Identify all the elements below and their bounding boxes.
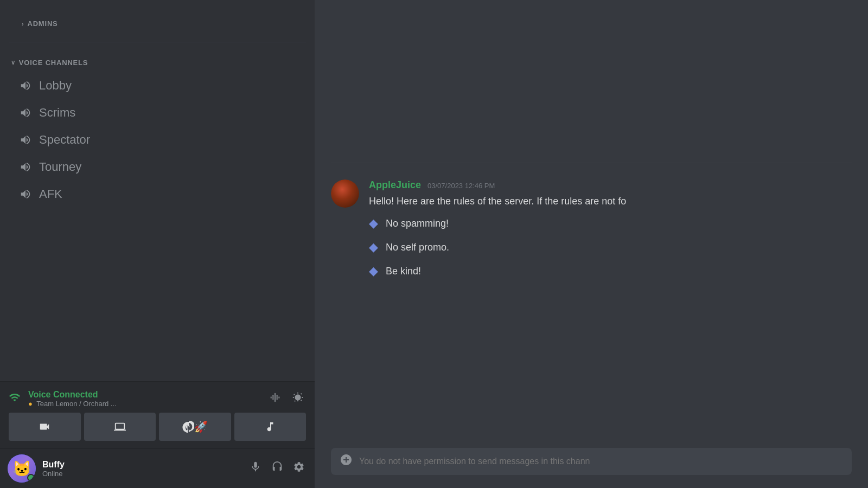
voice-channel-name: ● Team Lemon / Orchard ... bbox=[28, 400, 117, 408]
diamond-icon-3: ◆ bbox=[369, 264, 378, 278]
user-controls bbox=[247, 459, 307, 478]
chat-spacer bbox=[331, 11, 852, 163]
divider bbox=[9, 42, 306, 42]
voice-signal-icon bbox=[9, 391, 21, 406]
avatar: 🐱 bbox=[8, 454, 36, 483]
user-status-indicator bbox=[27, 474, 35, 481]
voice-channels-label: VOICE CHANNELS bbox=[19, 59, 88, 67]
message-timestamp: 03/07/2023 12:46 PM bbox=[427, 182, 495, 190]
voice-status-left: Voice Connected ● Team Lemon / Orchard .… bbox=[9, 390, 117, 408]
channel-item-spectator[interactable]: Spectator bbox=[4, 126, 310, 153]
voice-channel-dot: ● bbox=[28, 400, 33, 408]
diamond-icon-2: ◆ bbox=[369, 240, 378, 254]
svg-rect-2 bbox=[275, 393, 276, 402]
message-rule-3: ◆ Be kind! bbox=[369, 264, 852, 278]
rule-text-3: Be kind! bbox=[386, 266, 421, 277]
svg-rect-0 bbox=[271, 396, 272, 399]
channel-name-afk: AFK bbox=[39, 187, 62, 201]
sidebar: › ADMINS ∨ VOICE CHANNELS Lobby bbox=[0, 0, 315, 488]
user-panel: 🐱 Buffy Online bbox=[0, 448, 315, 488]
voice-soundwave-button[interactable] bbox=[267, 389, 283, 408]
add-message-icon[interactable] bbox=[340, 453, 353, 470]
chat-area: AppleJuice 03/07/2023 12:46 PM Hello! He… bbox=[315, 0, 868, 439]
message-text: Hello! Here are the rules of the server.… bbox=[369, 194, 852, 209]
volume-icon-tourney bbox=[20, 161, 31, 173]
voice-text: Voice Connected ● Team Lemon / Orchard .… bbox=[28, 390, 117, 408]
voice-connected-panel: Voice Connected ● Team Lemon / Orchard .… bbox=[0, 381, 315, 448]
channel-list: › ADMINS ∨ VOICE CHANNELS Lobby bbox=[0, 0, 315, 381]
message-content: AppleJuice 03/07/2023 12:46 PM Hello! He… bbox=[369, 179, 852, 288]
message-header: AppleJuice 03/07/2023 12:46 PM bbox=[369, 179, 852, 191]
message-input-wrapper bbox=[331, 448, 852, 475]
music-button[interactable] bbox=[234, 413, 307, 441]
message-author: AppleJuice bbox=[369, 179, 421, 191]
message-avatar-image bbox=[331, 179, 359, 208]
mic-button[interactable] bbox=[247, 459, 264, 478]
settings-button[interactable] bbox=[291, 459, 307, 478]
main-content: AppleJuice 03/07/2023 12:46 PM Hello! He… bbox=[315, 0, 868, 488]
channel-item-afk[interactable]: AFK bbox=[4, 181, 310, 208]
admins-header[interactable]: › ADMINS bbox=[11, 9, 304, 33]
rule-text-1: No spamming! bbox=[386, 218, 449, 229]
voice-channels-header[interactable]: ∨ VOICE CHANNELS bbox=[0, 48, 315, 72]
channel-name-spectator: Spectator bbox=[39, 133, 90, 147]
voice-connected-label: Voice Connected bbox=[28, 390, 117, 400]
message-group: AppleJuice 03/07/2023 12:46 PM Hello! He… bbox=[331, 179, 852, 288]
voice-control-buttons: 🚀 bbox=[9, 413, 306, 441]
diamond-icon-1: ◆ bbox=[369, 216, 378, 230]
message-avatar bbox=[331, 179, 359, 208]
channel-item-scrims[interactable]: Scrims bbox=[4, 99, 310, 126]
camera-button[interactable] bbox=[9, 413, 81, 441]
svg-rect-4 bbox=[278, 396, 279, 399]
voice-chevron-icon: ∨ bbox=[11, 59, 16, 66]
admins-section: › ADMINS bbox=[0, 0, 315, 36]
message-input-area bbox=[315, 439, 868, 488]
voice-status-row: Voice Connected ● Team Lemon / Orchard .… bbox=[9, 389, 306, 408]
volume-icon-lobby bbox=[20, 80, 31, 92]
user-info: Buffy Online bbox=[42, 460, 247, 478]
svg-rect-3 bbox=[277, 395, 278, 400]
message-input[interactable] bbox=[359, 448, 843, 475]
admins-label: ADMINS bbox=[27, 20, 58, 28]
voice-disconnect-button[interactable] bbox=[290, 389, 306, 408]
channel-item-lobby[interactable]: Lobby bbox=[4, 72, 310, 99]
channel-name-scrims: Scrims bbox=[39, 106, 75, 120]
svg-rect-1 bbox=[272, 395, 273, 400]
channel-name-tourney: Tourney bbox=[39, 160, 81, 174]
headset-button[interactable] bbox=[269, 459, 285, 478]
message-rule-1: ◆ No spamming! bbox=[369, 216, 852, 230]
channel-item-tourney[interactable]: Tourney bbox=[4, 153, 310, 181]
message-rule-2: ◆ No self promo. bbox=[369, 240, 852, 254]
rule-text-2: No self promo. bbox=[386, 242, 449, 253]
chat-divider bbox=[331, 163, 852, 163]
user-name: Buffy bbox=[42, 460, 247, 470]
volume-icon-spectator bbox=[20, 134, 31, 146]
voice-channel-text: Team Lemon / Orchard ... bbox=[36, 400, 116, 408]
screen-share-button[interactable] bbox=[84, 413, 156, 441]
voice-channels-section: ∨ VOICE CHANNELS Lobby bbox=[0, 48, 315, 208]
volume-icon-afk bbox=[20, 188, 31, 200]
admins-chevron-icon: › bbox=[22, 21, 24, 27]
channel-name-lobby: Lobby bbox=[39, 79, 72, 93]
user-status-text: Online bbox=[42, 470, 247, 478]
voice-actions bbox=[267, 389, 306, 408]
volume-icon-scrims bbox=[20, 107, 31, 119]
activity-button[interactable]: 🚀 bbox=[159, 413, 231, 441]
